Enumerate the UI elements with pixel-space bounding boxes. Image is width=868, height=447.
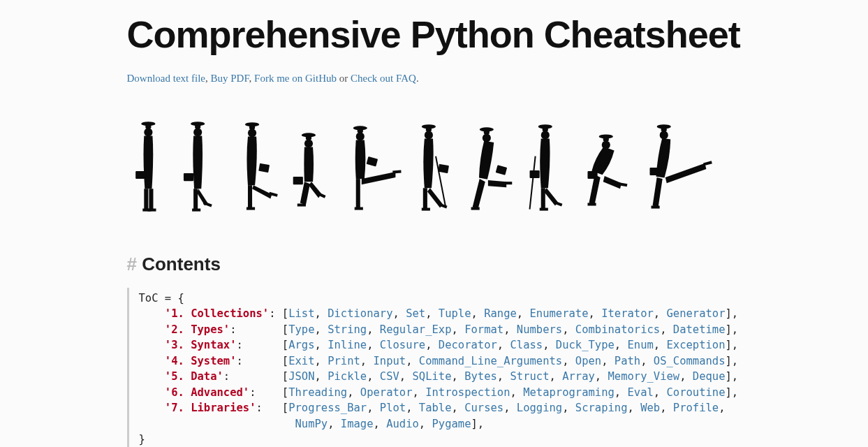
- toc-link[interactable]: Numbers: [517, 323, 562, 336]
- svg-rect-58: [603, 136, 608, 141]
- svg-rect-29: [357, 128, 362, 133]
- toc-link[interactable]: Args: [288, 339, 314, 351]
- toc-code-block: ToC = { '1. Collections': [List, Diction…: [127, 288, 742, 447]
- toc-link[interactable]: Eval: [627, 386, 653, 399]
- toc-link[interactable]: Input: [373, 355, 406, 367]
- toc-link[interactable]: Operator: [360, 386, 413, 399]
- svg-rect-42: [438, 203, 447, 209]
- toc-link[interactable]: Combinatorics: [575, 323, 660, 336]
- svg-line-53: [529, 156, 535, 210]
- svg-rect-56: [553, 201, 562, 207]
- svg-rect-7: [147, 209, 156, 212]
- toc-link[interactable]: Enum: [628, 339, 654, 351]
- toc-key: '3. Syntax': [165, 339, 237, 351]
- svg-rect-18: [258, 163, 270, 173]
- svg-rect-67: [651, 206, 659, 209]
- toc-link[interactable]: Datetime: [673, 323, 726, 336]
- toc-link[interactable]: Enumerate: [530, 307, 589, 320]
- toc-link[interactable]: Tuple: [439, 307, 471, 320]
- toc-link[interactable]: Introspection: [425, 386, 510, 399]
- toc-key: '5. Data': [165, 370, 223, 383]
- toc-link[interactable]: Regular_Exp: [380, 323, 452, 336]
- toc-link[interactable]: Progress_Bar: [288, 402, 367, 414]
- toc-link[interactable]: Table: [419, 402, 452, 414]
- svg-point-17: [247, 129, 256, 137]
- toc-link[interactable]: Closure: [380, 339, 425, 351]
- svg-rect-11: [183, 173, 193, 181]
- toc-link[interactable]: Array: [562, 370, 595, 383]
- toc-link[interactable]: Generator: [667, 307, 726, 320]
- toc-link[interactable]: Path: [615, 355, 640, 367]
- toc-link[interactable]: Decorator: [439, 339, 497, 351]
- toc-link[interactable]: Iterator: [601, 307, 654, 320]
- silly-walks-illustration: [127, 111, 742, 224]
- toc-link[interactable]: Logging: [517, 402, 562, 414]
- buy-pdf-link[interactable]: Buy PDF: [210, 73, 249, 84]
- toc-key: '4. System': [165, 355, 237, 367]
- svg-rect-12: [193, 189, 198, 210]
- toc-link[interactable]: Duck_Type: [556, 339, 615, 351]
- svg-rect-20: [246, 207, 254, 210]
- subtitle-links: Download text file, Buy PDF, Fork me on …: [127, 73, 742, 85]
- toc-link[interactable]: Image: [341, 418, 374, 430]
- svg-rect-47: [471, 207, 479, 210]
- svg-point-65: [659, 131, 668, 139]
- toc-link[interactable]: CSV: [380, 370, 399, 383]
- toc-link[interactable]: Web: [640, 402, 660, 414]
- toc-link[interactable]: List: [288, 307, 314, 320]
- toc-link[interactable]: Inline: [328, 339, 367, 351]
- toc-link[interactable]: Format: [464, 323, 503, 336]
- svg-rect-66: [649, 168, 659, 175]
- toc-key: '6. Advanced': [165, 386, 249, 399]
- download-link[interactable]: Download text file: [127, 73, 205, 84]
- svg-rect-33: [354, 207, 362, 210]
- faq-link[interactable]: Check out FAQ: [351, 73, 416, 84]
- svg-rect-19: [247, 185, 251, 208]
- toc-link[interactable]: String: [328, 323, 367, 336]
- toc-open: ToC = {: [139, 292, 184, 305]
- svg-rect-13: [192, 209, 200, 212]
- toc-link[interactable]: Profile: [673, 402, 719, 414]
- svg-point-45: [482, 133, 490, 142]
- toc-link[interactable]: Deque: [693, 370, 726, 383]
- toc-link[interactable]: Plot: [380, 402, 406, 414]
- svg-rect-14: [203, 202, 212, 207]
- svg-rect-48: [503, 182, 512, 184]
- svg-rect-16: [249, 124, 255, 129]
- toc-link[interactable]: Range: [484, 307, 517, 320]
- toc-link[interactable]: Struct: [510, 370, 550, 383]
- toc-link[interactable]: SQLite: [413, 370, 452, 383]
- toc-link[interactable]: Exception: [667, 339, 726, 351]
- toc-link[interactable]: Pickle: [328, 370, 367, 383]
- toc-link[interactable]: Threading: [288, 386, 347, 399]
- svg-rect-41: [421, 208, 429, 211]
- toc-link[interactable]: Memory_View: [608, 370, 680, 383]
- toc-link[interactable]: Open: [575, 355, 601, 367]
- toc-link[interactable]: Coroutine: [666, 386, 725, 399]
- svg-point-2: [144, 128, 152, 136]
- toc-link[interactable]: Metaprograming: [523, 386, 615, 399]
- toc-link[interactable]: Type: [288, 323, 314, 336]
- toc-link[interactable]: Scraping: [575, 402, 628, 414]
- toc-link[interactable]: JSON: [288, 370, 314, 383]
- svg-point-37: [424, 131, 432, 139]
- svg-rect-26: [297, 203, 305, 206]
- svg-rect-32: [355, 179, 360, 208]
- contents-heading: # Contents: [127, 254, 742, 275]
- toc-link[interactable]: Pygame: [432, 418, 471, 430]
- toc-link[interactable]: NumPy: [295, 418, 328, 430]
- toc-link[interactable]: Class: [510, 339, 543, 351]
- toc-link[interactable]: Curses: [464, 402, 503, 414]
- toc-link[interactable]: Command_Line_Arguments: [419, 355, 562, 367]
- fork-github-link[interactable]: Fork me on GitHub: [254, 73, 337, 84]
- toc-link[interactable]: Bytes: [464, 370, 497, 383]
- svg-rect-1: [145, 124, 151, 129]
- toc-link[interactable]: Print: [328, 355, 360, 367]
- toc-link[interactable]: Set: [406, 307, 425, 320]
- toc-link[interactable]: Audio: [386, 418, 419, 430]
- toc-link[interactable]: OS_Commands: [654, 355, 726, 367]
- toc-link[interactable]: Exit: [288, 355, 314, 367]
- svg-rect-5: [149, 189, 153, 210]
- toc-link[interactable]: Dictionary: [328, 307, 392, 320]
- svg-rect-34: [392, 170, 401, 173]
